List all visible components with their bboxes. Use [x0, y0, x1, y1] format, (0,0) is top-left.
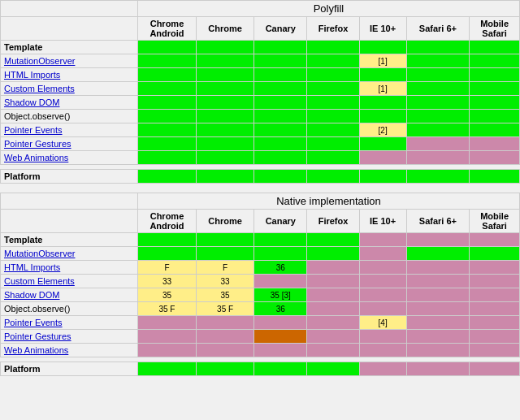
native-cell	[470, 261, 520, 275]
native-cell	[137, 362, 196, 376]
native-label-htmlimports: HTML Imports	[1, 261, 138, 275]
poly-cell	[359, 96, 406, 110]
native-cell-orange	[254, 330, 307, 344]
polyfill-col-headers: ChromeAndroid Chrome Canary Firefox IE 1…	[1, 17, 520, 41]
native-row-template: Template	[1, 233, 520, 247]
poly-cell	[254, 123, 307, 137]
native-link-shadowdom[interactable]: Shadow DOM	[4, 290, 59, 300]
poly-cell	[359, 41, 406, 54]
native-cell	[359, 302, 406, 316]
native-cell-35fa: 35 F	[137, 302, 196, 316]
native-cell	[359, 344, 406, 357]
native-link-webanimations[interactable]: Web Animations	[4, 345, 68, 355]
native-col-headers: ChromeAndroid Chrome Canary Firefox IE 1…	[1, 210, 520, 233]
col-label-empty2	[1, 210, 138, 233]
poly-link-mutationobserver[interactable]: MutationObserver	[4, 56, 75, 66]
native-cell	[470, 288, 520, 302]
poly-cell	[406, 41, 470, 54]
poly-cell	[307, 137, 359, 151]
poly-label-mutationobserver: MutationObserver	[1, 54, 138, 68]
col-firefox-native: Firefox	[307, 210, 359, 233]
native-cell-35a: 35	[137, 288, 196, 302]
native-row-objectobserve: Object.observe() 35 F 35 F 36	[1, 302, 520, 316]
native-cell	[406, 247, 470, 261]
poly-cell	[470, 96, 520, 110]
native-cell	[254, 233, 307, 247]
native-cell	[307, 288, 359, 302]
native-cell	[137, 247, 196, 261]
native-cell	[307, 344, 359, 357]
native-cell	[197, 330, 254, 344]
poly-link-pointergestures[interactable]: Pointer Gestures	[4, 139, 72, 149]
poly-row-mutationobserver: MutationObserver [1]	[1, 54, 520, 68]
empty-cell2	[1, 193, 138, 210]
polyfill-section-title: Polyfill	[137, 1, 519, 17]
poly-link-shadowdom[interactable]: Shadow DOM	[4, 97, 59, 107]
poly-cell	[470, 123, 520, 137]
native-label-objectobserve: Object.observe()	[1, 302, 138, 316]
native-row-platform: Platform	[1, 362, 520, 376]
native-row-mutationobserver: MutationObserver	[1, 247, 520, 261]
poly-cell	[137, 123, 196, 137]
poly-cell	[307, 170, 359, 184]
poly-cell	[307, 123, 359, 137]
native-label-customelements: Custom Elements	[1, 275, 138, 288]
poly-cell	[470, 110, 520, 123]
poly-cell	[406, 68, 470, 82]
poly-label-htmlimports: HTML Imports	[1, 68, 138, 82]
poly-link-webanimations[interactable]: Web Animations	[4, 153, 68, 162]
native-cell-f2: F	[197, 261, 254, 275]
poly-cell	[406, 151, 470, 165]
poly-cell	[254, 151, 307, 165]
native-cell	[254, 316, 307, 330]
poly-cell	[307, 151, 359, 165]
poly-cell	[470, 137, 520, 151]
poly-label-shadowdom: Shadow DOM	[1, 96, 138, 110]
poly-cell	[197, 96, 254, 110]
native-cell	[307, 233, 359, 247]
poly-link-customelements[interactable]: Custom Elements	[4, 84, 75, 93]
poly-cell	[406, 82, 470, 96]
native-row-shadowdom: Shadow DOM 35 35 35 [3]	[1, 288, 520, 302]
poly-label-platform: Platform	[1, 170, 138, 184]
native-link-pointerevents[interactable]: Pointer Events	[4, 318, 63, 327]
poly-cell	[406, 137, 470, 151]
native-cell	[406, 344, 470, 357]
poly-label-template: Template	[1, 41, 138, 54]
native-cell	[406, 275, 470, 288]
poly-cell	[254, 170, 307, 184]
col-safari-poly: Safari 6+	[406, 17, 470, 41]
native-row-customelements: Custom Elements 33 33	[1, 275, 520, 288]
polyfill-header-row: Polyfill	[1, 1, 520, 17]
native-link-pointergestures[interactable]: Pointer Gestures	[4, 331, 72, 341]
poly-cell	[307, 110, 359, 123]
poly-row-objectobserve: Object.observe()	[1, 110, 520, 123]
poly-cell	[254, 96, 307, 110]
compatibility-table: Polyfill ChromeAndroid Chrome Canary Fir…	[0, 0, 520, 376]
poly-cell	[470, 170, 520, 184]
poly-label-customelements: Custom Elements	[1, 82, 138, 96]
native-cell	[137, 233, 196, 247]
native-link-htmlimports[interactable]: HTML Imports	[4, 262, 60, 272]
native-label-pointergestures: Pointer Gestures	[1, 330, 138, 344]
native-cell-35fb: 35 F	[197, 302, 254, 316]
native-cell	[197, 316, 254, 330]
native-link-mutationobserver[interactable]: MutationObserver	[4, 249, 75, 258]
poly-cell	[470, 41, 520, 54]
poly-cell	[406, 123, 470, 137]
native-link-customelements[interactable]: Custom Elements	[4, 276, 75, 286]
poly-link-pointerevents[interactable]: Pointer Events	[4, 125, 63, 135]
poly-cell	[137, 41, 196, 54]
poly-cell	[137, 137, 196, 151]
poly-cell	[307, 41, 359, 54]
poly-cell	[406, 54, 470, 68]
native-section-title: Native implementation	[137, 193, 519, 210]
native-label-pointerevents: Pointer Events	[1, 316, 138, 330]
poly-link-htmlimports[interactable]: HTML Imports	[4, 70, 60, 80]
poly-cell	[254, 82, 307, 96]
native-label-shadowdom: Shadow DOM	[1, 288, 138, 302]
poly-cell	[197, 68, 254, 82]
col-chrome-poly: Chrome	[197, 17, 254, 41]
native-cell	[470, 275, 520, 288]
col-canary-poly: Canary	[254, 17, 307, 41]
